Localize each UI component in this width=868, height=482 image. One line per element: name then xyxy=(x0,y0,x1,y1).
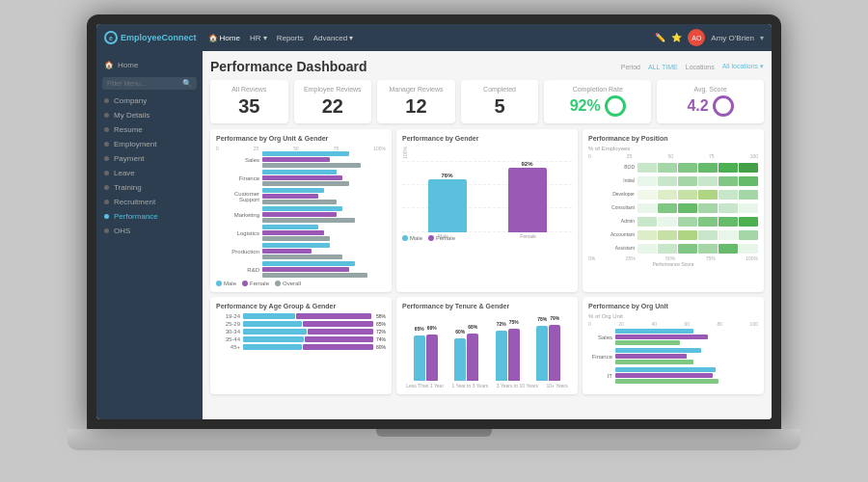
chart-tenure-title: Performance by Tenure & Gender xyxy=(402,303,572,309)
stat-completed-value: 5 xyxy=(471,95,529,118)
legend-male: Male xyxy=(216,281,236,286)
sidebar-item-performance[interactable]: Performance xyxy=(96,209,203,224)
search-input[interactable] xyxy=(107,80,182,87)
chart-age-gender-title: Performance by Age Group & Gender xyxy=(216,303,386,309)
stat-employee-reviews: Employee Reviews 22 xyxy=(294,80,372,123)
chevron-down-icon[interactable]: ▾ xyxy=(760,34,764,42)
hbar-finance-gray xyxy=(262,181,349,186)
hbar-row-sales: Sales xyxy=(216,151,386,168)
stat-manager-reviews-label: Manager Reviews xyxy=(387,86,446,93)
age-row-45plus: 45+ 60% xyxy=(216,344,386,350)
sidebar-item-leave[interactable]: Leave xyxy=(96,166,203,180)
sidebar-item-payment[interactable]: Payment xyxy=(96,151,203,166)
nav-reports[interactable]: Reports xyxy=(277,34,304,42)
nav-right: ✏️ ⭐ AO Amy O'Brien ▾ xyxy=(655,29,764,46)
laptop-base xyxy=(68,429,800,450)
position-heatmap-assistant xyxy=(637,244,758,254)
hbar-marketing-purple xyxy=(262,212,337,217)
stat-avg-score-value: 4.2 xyxy=(687,97,708,115)
hbar-customer-blue xyxy=(262,188,324,193)
age-45-blue xyxy=(243,344,302,350)
hbar-row-production: Production xyxy=(216,243,386,259)
chart-position-title: Performance by Position xyxy=(588,135,758,142)
age-3034-purple xyxy=(308,329,373,335)
position-heatmap-initial xyxy=(637,176,758,186)
hbar-sales-purple xyxy=(262,157,330,162)
org-unit-finance-purple xyxy=(615,354,687,359)
org-unit-sales-green xyxy=(615,340,680,345)
sidebar-item-recruitment[interactable]: Recruitment xyxy=(96,195,203,209)
org-unit-row-finance: Finance xyxy=(588,348,758,364)
hbar-sales-gray xyxy=(262,163,361,168)
legend-gender-male: Male xyxy=(402,235,422,241)
sidebar-item-company[interactable]: Company xyxy=(96,94,203,108)
chart-org-gender-title: Performance by Org Unit & Gender xyxy=(216,135,386,142)
user-name: Amy O'Brien xyxy=(711,34,754,42)
sidebar-item-training[interactable]: Training xyxy=(96,180,203,195)
tenure-lt1-purple: 66% xyxy=(426,335,438,381)
hbar-rd-gray xyxy=(262,273,367,278)
page-title: Performance Dashboard xyxy=(210,59,367,74)
org-unit-row-sales: Sales xyxy=(588,329,758,345)
search-icon: 🔍 xyxy=(182,79,192,88)
dashboard-content: Performance Dashboard Period ALL TIME Lo… xyxy=(203,51,772,419)
chart-position: Performance by Position % of Employees 0… xyxy=(583,129,764,292)
tenure-lt1-blue: 65% xyxy=(414,335,425,381)
hbar-production-purple xyxy=(262,249,312,254)
chart-org-unit: Performance by Org Unit % of Org Unit 02… xyxy=(583,297,764,394)
org-unit-row-it: IT xyxy=(588,367,758,384)
position-x-axis: 0255075100 xyxy=(588,153,758,159)
pencil-icon[interactable]: ✏️ xyxy=(655,33,665,42)
bell-icon[interactable]: ⭐ xyxy=(671,33,682,42)
locations-value[interactable]: All locations ▾ xyxy=(722,63,764,70)
org-unit-it-bars xyxy=(615,367,758,384)
tenure-group-10plus: 78% 79% xyxy=(530,325,568,381)
sidebar-item-mydetails[interactable]: My Details xyxy=(96,108,203,122)
sidebar-item-resume[interactable]: Resume xyxy=(96,122,203,137)
tenure-bars-3to10: 72% 75% xyxy=(489,329,527,381)
position-heatmap-bod xyxy=(637,163,758,173)
hbar-row-logistics: Logistics xyxy=(216,225,386,241)
home-icon: 🏠 xyxy=(104,61,114,69)
legend-gender-female: Female xyxy=(428,235,455,241)
period-value[interactable]: ALL TIME xyxy=(648,64,678,70)
sidebar-search[interactable]: 🔍 xyxy=(102,77,197,90)
position-heatmap-admin xyxy=(637,217,758,227)
position-row-bod: BOD xyxy=(588,161,758,173)
nav-advanced[interactable]: Advanced ▾ xyxy=(313,34,354,42)
stat-completed: Completed 5 xyxy=(461,80,539,123)
age-1924-purple xyxy=(296,313,371,319)
stat-completion-label: Completion Rate xyxy=(554,86,641,93)
position-row-developer: Developer xyxy=(588,188,758,200)
stat-avg-score-gauge: 4.2 xyxy=(666,95,754,117)
dashboard-filters: Period ALL TIME Locations All locations … xyxy=(621,63,764,70)
legend-female: Female xyxy=(242,281,269,286)
stat-completion-gauge: 92% xyxy=(554,95,641,117)
org-unit-sales-blue xyxy=(615,329,693,334)
position-heatmap-consultant xyxy=(637,203,758,213)
sidebar-item-ohs[interactable]: OHS xyxy=(96,224,203,238)
tenure-10plus-blue: 78% xyxy=(536,326,548,381)
hbar-marketing-gray xyxy=(262,218,355,223)
sidebar-home: 🏠 Home xyxy=(96,57,203,73)
app-logo: e EmployeeConnect xyxy=(104,31,197,44)
tenure-bars-area: 65% 66% xyxy=(402,313,572,381)
org-gender-legend: Male Female Overall xyxy=(216,281,386,286)
sidebar-item-employment[interactable]: Employment xyxy=(96,137,203,151)
nav-home[interactable]: 🏠 Home xyxy=(208,34,240,42)
position-axis-label: % of Employees xyxy=(588,146,758,151)
stat-all-reviews-value: 35 xyxy=(220,95,279,118)
stat-completion-value: 92% xyxy=(570,97,601,115)
nav-hr[interactable]: HR ▾ xyxy=(250,34,267,42)
hbar-production-blue xyxy=(262,243,330,248)
hbar-customer-purple xyxy=(262,194,318,199)
tenure-bars-1to3: 60% 68% xyxy=(448,334,486,381)
hbar-finance-purple xyxy=(262,175,342,180)
hbar-row-rd: R&D xyxy=(216,261,386,278)
org-unit-it-green xyxy=(615,379,719,384)
age-2529-blue xyxy=(243,321,302,327)
age-45-purple xyxy=(303,344,373,350)
position-heatmap-developer xyxy=(637,190,758,200)
dashboard-header: Performance Dashboard Period ALL TIME Lo… xyxy=(210,59,764,74)
position-row-initial: Initial xyxy=(588,174,758,186)
